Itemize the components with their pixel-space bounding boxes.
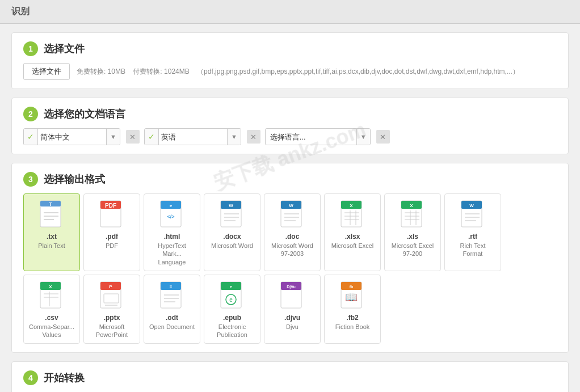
format-icon-epub: ee — [218, 281, 246, 310]
section4-title: 开始转换 — [44, 371, 85, 385]
format-icon-xls: X — [399, 200, 426, 229]
step2-circle: 2 — [23, 107, 38, 121]
lang-arrow-3: ▼ — [356, 129, 370, 145]
svg-text:T: T — [49, 201, 52, 207]
format-icon-pptx: P — [98, 281, 125, 310]
format-ext-txt: .txt — [28, 233, 75, 241]
svg-text:</>: </> — [167, 214, 174, 220]
step3-circle: 3 — [23, 172, 38, 187]
format-item-xls[interactable]: X.xlsMicrosoft Excel 97-200 — [384, 193, 441, 271]
format-item-html[interactable]: e</>.htmlHyperText Mark... Language — [144, 193, 200, 271]
format-item-fb2[interactable]: fb📖.fb2Fiction Book — [324, 275, 381, 344]
format-ext-pptx: .pptx — [89, 314, 135, 322]
choose-file-button[interactable]: 选择文件 — [23, 63, 70, 80]
format-item-epub[interactable]: ee.epubElectronic Publication — [204, 275, 260, 344]
format-name-fb2: Fiction Book — [329, 323, 376, 331]
format-grid: T.txtPlain TextPDF.pdfPDFe</>.htmlHyperT… — [23, 193, 557, 344]
svg-text:📖: 📖 — [345, 291, 358, 304]
format-ext-doc: .doc — [269, 233, 316, 241]
svg-text:W: W — [289, 203, 293, 208]
format-item-djvu[interactable]: DjVu.djvuDjvu — [264, 275, 321, 344]
svg-text:e: e — [229, 297, 233, 303]
svg-text:X: X — [410, 203, 413, 208]
svg-text:W: W — [229, 203, 233, 208]
format-name-epub: Electronic Publication — [209, 323, 255, 339]
section4-header: 4 开始转换 — [23, 370, 557, 385]
section-convert: 4 开始转换 免费转换 付费转换 — [11, 361, 569, 392]
format-item-odt[interactable]: ≡.odtOpen Document — [144, 275, 200, 344]
free-limit-text: 免费转换: 10MB 付费转换: 1024MB （pdf,jpg,png,psd… — [77, 67, 519, 77]
lang-row: ✓ 简体中文繁体中文英语 ▼ ✕ ✓ 英语简体中文繁体中文 ▼ ✕ — [23, 128, 557, 145]
page-content: 1 选择文件 选择文件 免费转换: 10MB 付费转换: 1024MB （pdf… — [0, 24, 580, 392]
lang-select-1[interactable]: ✓ 简体中文繁体中文英语 ▼ — [23, 128, 120, 145]
format-ext-html: .html — [149, 233, 195, 241]
format-icon-djvu: DjVu — [279, 281, 306, 310]
format-name-csv: Comma-Separ... Values — [28, 323, 75, 339]
format-name-pdf: PDF — [89, 242, 135, 250]
lang-check-icon-2: ✓ — [145, 129, 159, 145]
page-wrapper: 识别 1 选择文件 选择文件 免费转换: 10MB 付费转换: 1024MB （… — [0, 0, 580, 392]
format-ext-fb2: .fb2 — [329, 314, 376, 322]
format-icon-pdf: PDF — [98, 200, 125, 229]
svg-text:X: X — [350, 203, 353, 208]
format-icon-odt: ≡ — [158, 281, 186, 310]
section-choose-lang: 2 选择您的文档语言 ✓ 简体中文繁体中文英语 ▼ ✕ ✓ 英语简体中文繁 — [11, 98, 569, 154]
lang-dropdown-1[interactable]: 简体中文繁体中文英语 — [38, 129, 106, 145]
format-name-odt: Open Document — [149, 323, 195, 331]
lang-check-icon-1: ✓ — [24, 129, 38, 145]
format-name-djvu: Djvu — [269, 323, 316, 331]
format-icon-docx: W — [218, 200, 246, 229]
lang-select-2[interactable]: ✓ 英语简体中文繁体中文 ▼ — [144, 128, 241, 145]
format-icon-doc: W — [279, 200, 306, 229]
step1-circle: 1 — [23, 41, 38, 56]
lang-arrow-1: ▼ — [106, 129, 120, 145]
format-icon-xlsx: X — [339, 200, 366, 229]
format-ext-docx: .docx — [209, 233, 255, 241]
format-ext-epub: .epub — [209, 314, 255, 322]
lang-dropdown-2[interactable]: 英语简体中文繁体中文 — [159, 129, 227, 145]
step4-circle: 4 — [23, 370, 38, 385]
svg-text:X: X — [49, 284, 52, 289]
lang-select-3[interactable]: 选择语言...简体中文英语 ▼ — [265, 128, 371, 145]
format-name-txt: Plain Text — [28, 242, 75, 250]
lang-close-1[interactable]: ✕ — [126, 130, 140, 144]
section1-header: 1 选择文件 — [23, 41, 557, 56]
format-icon-html: e</> — [158, 200, 186, 229]
svg-text:DjVu: DjVu — [287, 285, 296, 289]
format-name-doc: Microsoft Word 97-2003 — [269, 242, 316, 258]
format-ext-odt: .odt — [149, 314, 195, 322]
format-item-pptx[interactable]: P.pptxMicrosoft PowerPoint — [83, 275, 140, 344]
section2-title: 选择您的文档语言 — [44, 107, 125, 121]
svg-text:≡: ≡ — [170, 284, 173, 289]
format-item-csv[interactable]: X.csvComma-Separ... Values — [23, 275, 80, 344]
format-item-xlsx[interactable]: X.xlsxMicrosoft Excel — [324, 193, 381, 271]
lang-dropdown-3[interactable]: 选择语言...简体中文英语 — [266, 129, 356, 145]
format-item-pdf[interactable]: PDF.pdfPDF — [83, 193, 140, 271]
page-header: 识别 — [0, 0, 580, 24]
svg-text:W: W — [469, 203, 474, 208]
file-row: 选择文件 免费转换: 10MB 付费转换: 1024MB （pdf,jpg,pn… — [23, 63, 557, 80]
section-choose-file: 1 选择文件 选择文件 免费转换: 10MB 付费转换: 1024MB （pdf… — [11, 32, 569, 89]
format-name-html: HyperText Mark... Language — [149, 242, 195, 266]
format-item-rtf[interactable]: W.rtfRich Text Format — [444, 193, 501, 271]
format-icon-fb2: fb📖 — [339, 281, 366, 310]
lang-close-2[interactable]: ✕ — [247, 130, 260, 144]
section-choose-format: 3 选择输出格式 T.txtPlain TextPDF.pdfPDFe</>.h… — [11, 163, 569, 353]
format-ext-xls: .xls — [389, 233, 436, 241]
format-item-txt[interactable]: T.txtPlain Text — [23, 193, 80, 271]
format-ext-xlsx: .xlsx — [329, 233, 376, 241]
svg-text:P: P — [109, 284, 112, 289]
format-item-docx[interactable]: W.docxMicrosoft Word — [204, 193, 260, 271]
format-item-doc[interactable]: W.docMicrosoft Word 97-2003 — [264, 193, 321, 271]
format-icon-csv: X — [38, 281, 65, 310]
lang-close-3[interactable]: ✕ — [376, 130, 390, 144]
format-name-docx: Microsoft Word — [209, 242, 255, 250]
page-title: 识别 — [11, 6, 30, 16]
section3-header: 3 选择输出格式 — [23, 172, 557, 187]
section3-title: 选择输出格式 — [44, 172, 105, 186]
format-ext-csv: .csv — [28, 314, 75, 322]
format-name-rtf: Rich Text Format — [449, 242, 496, 258]
format-name-xlsx: Microsoft Excel — [329, 242, 376, 250]
format-ext-djvu: .djvu — [269, 314, 316, 322]
format-icon-txt: T — [38, 200, 65, 229]
